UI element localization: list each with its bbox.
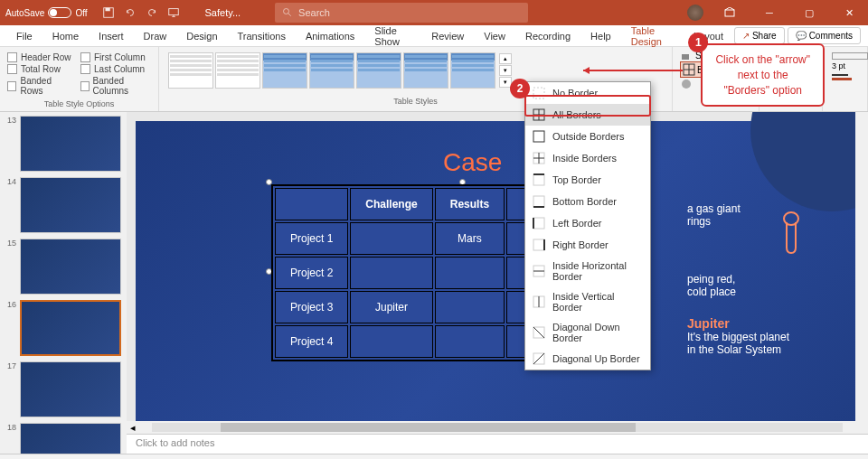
svg-point-3 <box>284 9 289 14</box>
gallery-down-icon[interactable]: ▾ <box>499 65 512 76</box>
dd-right-border[interactable]: Right Border <box>525 234 650 256</box>
menu-file[interactable]: File <box>7 27 42 45</box>
title-bar: AutoSave Off Safety... Search ─ ▢ ✕ <box>0 0 868 25</box>
cb-first-column[interactable]: First Column <box>80 52 151 62</box>
redo-icon[interactable] <box>146 6 158 19</box>
slide-text-block[interactable]: a gas giantrings peing red,cold place Ju… <box>687 302 823 356</box>
notes-panel[interactable]: Click to add notes <box>127 434 868 454</box>
cb-banded-columns[interactable]: Banded Columns <box>80 76 151 96</box>
menu-insert[interactable]: Insert <box>90 27 133 45</box>
svg-rect-17 <box>533 174 544 185</box>
undo-icon[interactable] <box>124 6 137 19</box>
pen-style-select[interactable] <box>832 52 868 60</box>
current-slide[interactable]: Case ChallengeResultsS Project 1Mars Pro… <box>136 121 859 421</box>
svg-rect-4 <box>725 10 734 16</box>
borders-dropdown: No Border All Borders Outside Borders In… <box>524 81 651 370</box>
menu-design[interactable]: Design <box>177 27 226 45</box>
dd-inside-borders[interactable]: Inside Borders <box>525 147 650 169</box>
slide-title[interactable]: Case <box>443 148 502 177</box>
maximize-button[interactable]: ▢ <box>796 4 823 22</box>
minimize-button[interactable]: ─ <box>756 4 783 22</box>
dd-inside-h-border[interactable]: Inside Horizontal Border <box>525 256 650 286</box>
ribbon-label-options: Table Style Options <box>7 98 151 110</box>
svg-rect-18 <box>533 196 544 207</box>
bucket-icon <box>680 49 693 61</box>
menu-transitions[interactable]: Transitions <box>229 27 295 45</box>
svg-rect-11 <box>832 78 852 80</box>
cb-last-column[interactable]: Last Column <box>80 64 151 74</box>
menu-draw[interactable]: Draw <box>135 27 176 45</box>
svg-rect-13 <box>533 88 544 98</box>
dd-all-borders[interactable]: All Borders <box>525 104 650 126</box>
comments-button[interactable]: 💬Comments <box>788 27 861 44</box>
ribbon-options-icon[interactable] <box>716 4 743 22</box>
svg-rect-5 <box>682 54 689 60</box>
cb-total-row[interactable]: Total Row <box>7 64 73 74</box>
vertical-scrollbar[interactable] <box>855 112 868 434</box>
thumbnail-16[interactable] <box>20 300 121 356</box>
pen-weight-select[interactable]: 3 pt <box>832 61 858 70</box>
thumbnail-17[interactable] <box>20 361 121 417</box>
menu-view[interactable]: View <box>475 27 514 45</box>
dd-diag-up-border[interactable]: Diagonal Up Border <box>525 348 650 370</box>
user-avatar[interactable] <box>687 5 703 21</box>
gallery-up-icon[interactable]: ▴ <box>499 53 512 64</box>
safety-pin-graphic <box>778 211 805 257</box>
dd-inside-v-border[interactable]: Inside Vertical Border <box>525 286 650 317</box>
menu-review[interactable]: Review <box>422 27 473 45</box>
thumbnail-15[interactable] <box>20 239 121 295</box>
callout-arrow <box>579 63 687 81</box>
cb-header-row[interactable]: Header Row <box>7 52 73 62</box>
autosave-toggle[interactable]: AutoSave Off <box>5 7 88 18</box>
menu-animations[interactable]: Animations <box>297 27 363 45</box>
dd-left-border[interactable]: Left Border <box>525 212 650 234</box>
menu-help[interactable]: Help <box>581 27 620 45</box>
search-placeholder: Search <box>298 7 330 18</box>
callout-badge-2: 2 <box>510 79 530 98</box>
dd-bottom-border[interactable]: Bottom Border <box>525 191 650 212</box>
slideshow-icon[interactable] <box>167 6 180 19</box>
cb-banded-rows[interactable]: Banded Rows <box>7 76 73 96</box>
dd-top-border[interactable]: Top Border <box>525 169 650 191</box>
pen-color-icon[interactable] <box>832 72 859 81</box>
autosave-state: Off <box>75 8 87 18</box>
dd-no-border[interactable]: No Border <box>525 82 650 104</box>
tutorial-callout: 1 Click on the "arrow" next to the "Bord… <box>701 43 825 107</box>
thumbnail-14[interactable] <box>20 177 121 233</box>
close-button[interactable]: ✕ <box>835 4 863 22</box>
menu-table-design[interactable]: Table Design <box>622 22 683 51</box>
menu-home[interactable]: Home <box>43 27 88 45</box>
filename-label[interactable]: Safety... <box>205 7 241 18</box>
dd-outside-borders[interactable]: Outside Borders <box>525 126 650 147</box>
autosave-label: AutoSave <box>5 8 44 18</box>
slide-edit-area: Case ChallengeResultsS Project 1Mars Pro… <box>127 112 868 454</box>
save-icon[interactable] <box>102 6 115 19</box>
search-icon <box>282 7 293 18</box>
thumbnail-13[interactable] <box>20 116 121 172</box>
status-bar: Slide 16 of 51 🇺🇸 ≡ Notes − + 80% ⛶ <box>0 454 868 459</box>
menu-slideshow[interactable]: Slide Show <box>365 22 420 51</box>
thumbnail-18[interactable] <box>20 423 121 454</box>
dd-diag-down-border[interactable]: Diagonal Down Border <box>525 317 650 348</box>
slide-thumbnails-panel[interactable]: 13 14 15 16 17 18 <box>0 112 127 454</box>
menu-recording[interactable]: Recording <box>516 27 580 45</box>
svg-rect-2 <box>168 9 178 15</box>
quick-access-toolbar <box>102 6 180 19</box>
search-input[interactable]: Search <box>275 3 528 23</box>
svg-rect-15 <box>533 131 544 142</box>
svg-rect-1 <box>105 8 109 12</box>
horizontal-scrollbar[interactable]: ◂▸ <box>127 421 868 434</box>
svg-rect-20 <box>533 239 544 250</box>
svg-rect-19 <box>533 218 544 229</box>
share-button[interactable]: ↗Share <box>734 27 785 44</box>
